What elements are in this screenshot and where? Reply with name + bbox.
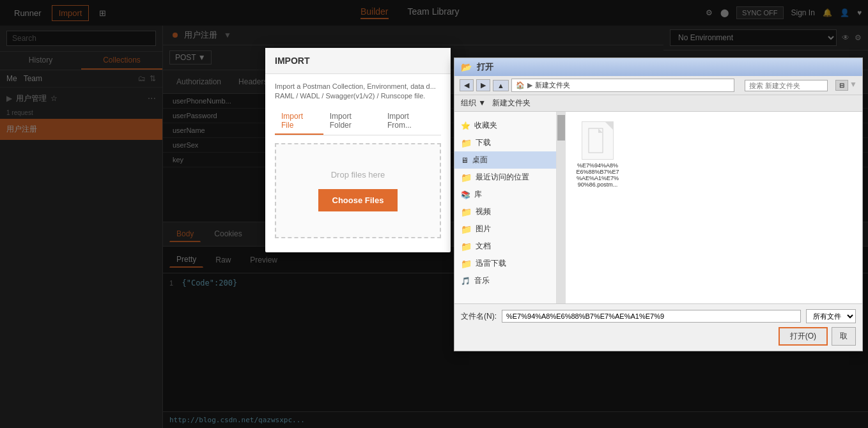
folder-icon: 📁 (461, 207, 472, 217)
fd-sidebar-xunlei[interactable]: 📁 迅雷下载 (454, 255, 556, 272)
folder-icon: 📁 (461, 172, 472, 183)
import-modal-title: IMPORT (265, 48, 451, 74)
fd-buttons: 打开(O) 取 (461, 327, 856, 346)
view-separator: ▼ (849, 80, 857, 91)
path-arrow: 🏠 (516, 81, 525, 89)
fd-label: 图片 (476, 224, 491, 234)
organize-label[interactable]: 组织 ▼ (461, 98, 486, 109)
path-bar: 🏠 ▶ 新建文件夹 (511, 79, 734, 92)
fd-scrollbar[interactable] (557, 112, 566, 303)
file-svg (588, 128, 607, 153)
import-tab-file[interactable]: Import File (275, 108, 323, 135)
file-dialog: 📂 打开 ◀ ▶ ▲ 🏠 ▶ 新建文件夹 ⊟ ▼ 组织 ▼ 新建文件夹 ⭐ 收藏… (454, 57, 863, 351)
file-name: %E7%94%A8% E6%88%B7%E7 %AE%A1%E7% 90%86.… (575, 162, 620, 188)
drop-zone[interactable]: Drop files here Choose Files (275, 143, 441, 238)
fd-label: 收藏夹 (474, 120, 497, 131)
import-tab-fromlink[interactable]: Import From... (381, 108, 441, 135)
fd-sidebar-recent[interactable]: 📁 最近访问的位置 (454, 169, 556, 186)
fd-sidebar-favorites: ⭐ 收藏夹 (454, 117, 556, 134)
drop-zone-text: Drop files here (289, 170, 427, 180)
fd-label: 视频 (476, 206, 491, 217)
file-dialog-body: ⭐ 收藏夹 📁 下载 🖥 桌面 📁 最近访问的位置 📚 库 📁 视频 (454, 112, 862, 303)
file-dialog-footer: 文件名(N): 所有文件 打开(O) 取 (454, 303, 862, 351)
path-current[interactable]: 新建文件夹 (535, 80, 570, 90)
fd-sidebar-desktop[interactable]: 🖥 桌面 (454, 151, 556, 169)
fd-sidebar-pictures[interactable]: 📁 图片 (454, 220, 556, 238)
file-dialog-title: 打开 (477, 61, 493, 73)
file-sidebar: ⭐ 收藏夹 📁 下载 🖥 桌面 📁 最近访问的位置 📚 库 📁 视频 (454, 112, 557, 303)
file-icon (582, 121, 614, 160)
file-dialog-icon: 📂 (461, 62, 472, 72)
fd-sidebar-music[interactable]: 🎵 音乐 (454, 272, 556, 289)
library-icon: 📚 (461, 190, 470, 199)
fd-sidebar-library: 📚 库 (454, 186, 556, 203)
fd-label: 迅雷下载 (476, 258, 506, 269)
fd-label: 音乐 (474, 275, 490, 286)
folder-icon: 📁 (461, 138, 472, 148)
path-separator: ▶ (527, 81, 532, 89)
filename-label: 文件名(N): (461, 311, 497, 322)
filename-input[interactable] (502, 310, 801, 323)
desktop-icon: 🖥 (461, 156, 469, 165)
file-dialog-titlebar: 📂 打开 (454, 58, 862, 76)
import-modal-tabs: Import File Import Folder Import From... (275, 108, 441, 135)
file-search-input[interactable] (745, 80, 828, 91)
file-main-area: %E7%94%A8% E6%88%B7%E7 %AE%A1%E7% 90%86.… (566, 112, 862, 303)
view-buttons: ⊟ ▼ (835, 80, 857, 91)
nav-forward-button[interactable]: ▶ (476, 79, 490, 91)
fd-label: 桌面 (472, 155, 488, 165)
fd-label: 文档 (476, 241, 491, 252)
file-dialog-toolbar: ◀ ▶ ▲ 🏠 ▶ 新建文件夹 ⊟ ▼ (454, 76, 862, 95)
file-dialog-sub-toolbar: 组织 ▼ 新建文件夹 (454, 95, 862, 112)
fd-label: 库 (474, 189, 482, 200)
import-tab-folder[interactable]: Import Folder (323, 108, 381, 135)
music-icon: 🎵 (461, 277, 470, 286)
import-modal-body: Import a Postman Collection, Environment… (265, 74, 451, 252)
fd-filename-row: 文件名(N): 所有文件 (461, 309, 856, 323)
file-item[interactable]: %E7%94%A8% E6%88%B7%E7 %AE%A1%E7% 90%86.… (572, 118, 623, 191)
fd-sidebar-downloads[interactable]: 📁 下载 (454, 134, 556, 151)
choose-files-button[interactable]: Choose Files (318, 189, 398, 211)
new-folder-label[interactable]: 新建文件夹 (492, 98, 531, 109)
fd-sidebar-documents[interactable]: 📁 文档 (454, 238, 556, 255)
fd-label: 最近访问的位置 (476, 172, 529, 183)
cancel-button[interactable]: 取 (832, 327, 856, 346)
import-modal: IMPORT Import a Postman Collection, Envi… (265, 48, 451, 252)
star-icon: ⭐ (461, 121, 470, 130)
filetype-select[interactable]: 所有文件 (806, 309, 856, 323)
folder-icon: 📁 (461, 259, 472, 269)
folder-icon: 📁 (461, 224, 472, 234)
view-btn-1[interactable]: ⊟ (835, 80, 848, 91)
nav-up-button[interactable]: ▲ (493, 80, 509, 91)
open-button[interactable]: 打开(O) (779, 327, 828, 346)
nav-back-button[interactable]: ◀ (460, 79, 474, 91)
fd-sidebar-video[interactable]: 📁 视频 (454, 203, 556, 220)
folder-icon: 📁 (461, 241, 472, 252)
import-modal-description: Import a Postman Collection, Environment… (275, 82, 441, 102)
fd-label: 下载 (476, 137, 491, 148)
fd-scrollbar-thumb (557, 115, 565, 141)
